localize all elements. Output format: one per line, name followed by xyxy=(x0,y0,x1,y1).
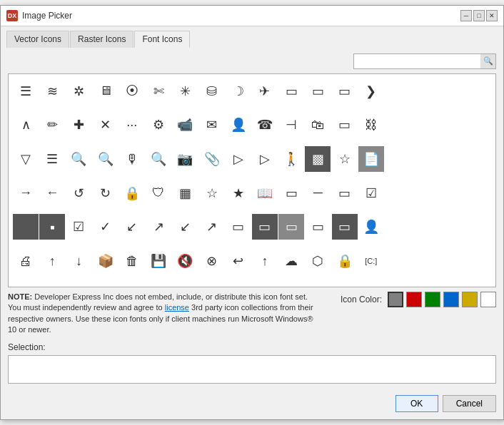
color-white[interactable] xyxy=(480,292,496,307)
tab-raster-icons[interactable]: Raster Icons xyxy=(70,31,133,48)
icon-camera[interactable]: 📷 xyxy=(172,146,198,172)
icon-bag[interactable]: 🛍 xyxy=(305,112,331,138)
icon-r5c16[interactable] xyxy=(411,214,437,240)
icon-star-empty[interactable]: ☆ xyxy=(332,146,358,172)
icon-checkbox[interactable]: ☑ xyxy=(358,180,384,206)
icon-r2c16[interactable] xyxy=(411,112,437,138)
search-button[interactable]: 🔍 xyxy=(480,53,496,69)
icon-r5c15[interactable] xyxy=(385,214,410,240)
icon-arrow-up-right2[interactable]: ↗ xyxy=(199,214,225,240)
icon-floppy[interactable]: 💾 xyxy=(146,248,171,274)
icon-trash[interactable]: 🗑 xyxy=(119,248,145,274)
icon-shield[interactable]: 🛡 xyxy=(146,180,171,206)
icon-cross[interactable]: ✕ xyxy=(93,112,119,138)
icon-rect-filled-b[interactable]: ▭ xyxy=(332,214,358,240)
icon-rect-a[interactable]: ▭ xyxy=(226,214,251,240)
icon-hatch[interactable]: ▩ xyxy=(305,146,331,172)
tab-font-icons[interactable]: Font Icons xyxy=(134,31,190,48)
color-yellow[interactable] xyxy=(462,292,478,307)
icon-filled-square-sm[interactable]: ■ xyxy=(39,214,65,240)
icon-mail[interactable]: ✉ xyxy=(199,112,225,138)
icon-arrow-down-left2[interactable]: ↙ xyxy=(172,214,198,240)
icon-r1c16[interactable] xyxy=(411,78,437,104)
icon-r3c15[interactable] xyxy=(385,146,410,172)
icon-user-add[interactable]: 👤 xyxy=(226,112,251,138)
icon-upload[interactable]: ↑ xyxy=(252,248,278,274)
icon-arrow-up-right[interactable]: ↗ xyxy=(146,214,171,240)
color-gray[interactable] xyxy=(388,292,403,307)
minimize-button[interactable]: ─ xyxy=(460,10,472,21)
icon-r2c18[interactable] xyxy=(465,112,490,138)
icon-person-pin[interactable]: ⛁ xyxy=(199,78,225,104)
color-red[interactable] xyxy=(406,292,422,307)
icon-arrow-left[interactable]: ← xyxy=(39,180,65,206)
icon-r3c18[interactable] xyxy=(465,146,490,172)
icon-settings[interactable]: ⚙ xyxy=(146,112,171,138)
restore-button[interactable]: □ xyxy=(473,10,485,21)
selection-input[interactable] xyxy=(8,355,496,384)
icon-redo[interactable]: ↻ xyxy=(93,180,119,206)
icon-plus[interactable]: ✚ xyxy=(66,112,91,138)
icon-dots[interactable]: ··· xyxy=(119,112,145,138)
ok-button[interactable]: OK xyxy=(395,395,438,412)
icon-star-filled[interactable]: ★ xyxy=(226,180,251,206)
icon-book[interactable]: 📖 xyxy=(252,180,278,206)
icon-search2[interactable]: 🔍 xyxy=(146,146,171,172)
note-license-link[interactable]: license xyxy=(165,303,189,312)
icon-r4c18[interactable] xyxy=(465,180,490,206)
tab-vector-icons[interactable]: Vector Icons xyxy=(6,31,69,48)
icon-delete-key[interactable]: ⊗ xyxy=(199,248,225,274)
icon-rect-mid-a[interactable]: ▭ xyxy=(278,214,304,240)
icon-hamburger[interactable]: ☰ xyxy=(13,78,39,104)
icon-r4c17[interactable] xyxy=(438,180,464,206)
icon-cut[interactable]: ✄ xyxy=(146,78,171,104)
icon-filter[interactable]: ▽ xyxy=(13,146,39,172)
icon-arrow-up[interactable]: ↑ xyxy=(39,248,65,274)
icon-r3c17[interactable] xyxy=(438,146,464,172)
icon-video[interactable]: 📹 xyxy=(172,112,198,138)
icon-link[interactable]: ⛓ xyxy=(358,112,384,138)
cancel-button[interactable]: Cancel xyxy=(443,395,496,412)
icon-rect-sq[interactable]: ▭ xyxy=(332,180,358,206)
icon-paperclip[interactable]: 📎 xyxy=(199,146,225,172)
icon-chevron-right[interactable]: ❯ xyxy=(358,78,384,104)
icon-search[interactable]: 🔍 xyxy=(66,146,91,172)
icon-undo[interactable]: ↺ xyxy=(66,180,91,206)
icon-phone[interactable]: ☎ xyxy=(252,112,278,138)
icon-arrow-down[interactable]: ↓ xyxy=(66,248,91,274)
icon-building[interactable]: ▦ xyxy=(172,180,198,206)
icon-pin[interactable]: ⊣ xyxy=(278,112,304,138)
icon-mic[interactable]: 🎙 xyxy=(119,146,145,172)
icon-page[interactable]: 📄 xyxy=(358,146,384,172)
icon-r6c18[interactable] xyxy=(465,248,490,274)
icon-checkmark[interactable]: ✓ xyxy=(93,214,119,240)
icon-square[interactable]: ▭ xyxy=(332,112,358,138)
icon-arrow-right[interactable]: → xyxy=(13,180,39,206)
icon-r5c18[interactable] xyxy=(465,214,490,240)
icon-print[interactable]: 🖨 xyxy=(13,248,39,274)
icon-arrow-down-left[interactable]: ↙ xyxy=(119,214,145,240)
icon-r4c15[interactable] xyxy=(385,180,410,206)
icon-flashlight[interactable]: ⬡ xyxy=(305,248,331,274)
icon-cloud[interactable]: ☁ xyxy=(278,248,304,274)
icon-r6c15[interactable] xyxy=(385,248,410,274)
icon-r5c17[interactable] xyxy=(438,214,464,240)
close-button[interactable]: ✕ xyxy=(486,10,498,21)
icon-search-minus[interactable]: 🔍 xyxy=(93,146,119,172)
icon-r1c15[interactable] xyxy=(385,78,410,104)
icon-enter[interactable]: ↩ xyxy=(226,248,251,274)
icon-list[interactable]: ☰ xyxy=(39,146,65,172)
icon-rect-b[interactable]: ▭ xyxy=(305,214,331,240)
color-blue[interactable] xyxy=(443,292,459,307)
icon-lock2[interactable]: 🔒 xyxy=(332,248,358,274)
icon-r1c18[interactable] xyxy=(465,78,490,104)
icon-send1[interactable]: ▷ xyxy=(226,146,251,172)
icon-signal[interactable]: ⦿ xyxy=(119,78,145,104)
icon-send2[interactable]: ▷ xyxy=(252,146,278,172)
icon-rect2[interactable]: ▭ xyxy=(305,78,331,104)
icon-pencil[interactable]: ✏ xyxy=(39,112,65,138)
search-input[interactable] xyxy=(353,53,496,69)
icon-r2c15[interactable] xyxy=(385,112,410,138)
icon-moon[interactable]: ☽ xyxy=(226,78,251,104)
icon-lock[interactable]: 🔒 xyxy=(119,180,145,206)
